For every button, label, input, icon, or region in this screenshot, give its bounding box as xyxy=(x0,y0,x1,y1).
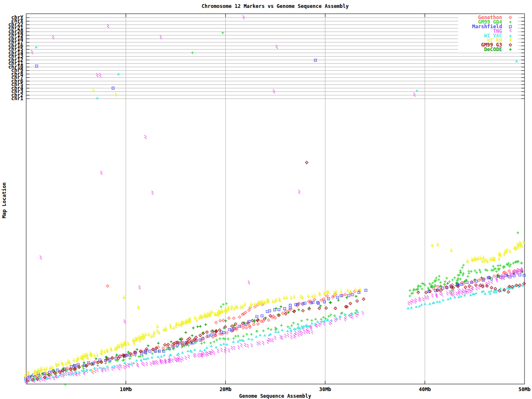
x-axis-label: Genome Sequence Assembly xyxy=(239,394,311,399)
series-gm99g3-points xyxy=(26,161,526,382)
x-tick-label-40Mb: 40Mb xyxy=(419,387,431,392)
chr-label-chr1: chr1 xyxy=(0,96,23,101)
x-tick-label-30Mb: 30Mb xyxy=(319,387,331,392)
x-tick-label-10Mb: 10Mb xyxy=(120,387,132,392)
chart-title: Chromosome 12 Markers vs Genome Sequence… xyxy=(202,4,349,9)
chart-screen: Chromosome 12 Markers vs Genome Sequence… xyxy=(0,0,532,399)
legend-label-decode: DeCODE xyxy=(484,47,502,52)
series-wiyac-points xyxy=(24,46,524,382)
x-tick-label-20Mb: 20Mb xyxy=(219,387,232,392)
scatter-plot xyxy=(0,0,532,399)
series-marshfield-points xyxy=(25,59,525,379)
y-axis-label: Map Location xyxy=(2,182,7,219)
series-wirh-points xyxy=(24,89,525,378)
x-tick-label-50Mb: 50Mb xyxy=(519,387,531,392)
